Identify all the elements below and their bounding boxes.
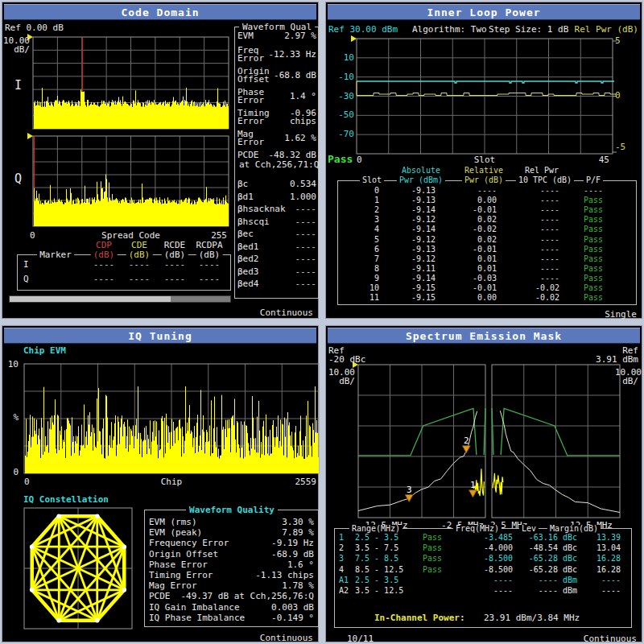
inner-loop-quadrant: Inner Loop Power Ref 30.00 dBm Algorithm…	[325, 2, 642, 319]
cd-scale-unit: dB/	[14, 45, 30, 54]
sem-row-id: A1	[339, 576, 349, 584]
ilp-cell-tpc: ----	[540, 216, 559, 224]
cd-wq-value: 2.97 %	[284, 31, 316, 40]
iqt-wq-value: -1.13 chips	[255, 571, 314, 580]
sem-row-id: 4	[339, 566, 344, 574]
ilp-cell-pf: Pass	[581, 284, 605, 292]
cd-wq-label: Error	[237, 117, 264, 126]
sem-table-header-1: Freq(MHz)	[453, 525, 502, 533]
iqt-wq-value: 0.003 dB	[271, 603, 314, 612]
sem-in-channel-value: 23.91 dBm/3.84 MHz	[484, 613, 580, 622]
ilp-cell-slot: 6	[374, 246, 379, 254]
cd-beta-label: βec	[237, 229, 254, 238]
cd-wq-title: Waveform Qual	[239, 23, 315, 31]
cd-marker-col-name-2: RCDE	[162, 241, 188, 250]
ilp-header1-2: Rel Pwr	[522, 167, 561, 175]
ilp-cell-rel: -0.01	[473, 284, 497, 292]
iqt-wq-label: IQ Gain Imbalance	[149, 603, 240, 612]
cd-pcde-note: at Cch,256,71:Q	[239, 160, 319, 169]
sem-row-range: 7.5 - 8.5	[355, 555, 398, 563]
ilp-cell-rel: -0.03	[473, 275, 497, 283]
ilp-cell-abs: -9.12	[411, 216, 436, 224]
sem-table-header-2: Lev	[519, 525, 539, 533]
cd-beta-value: ----	[295, 229, 317, 238]
ilp-cell-slot: 10	[369, 284, 379, 292]
sem-ref-left-2: -20 dBc	[328, 355, 365, 364]
ilp-cell-abs: -9.13	[411, 246, 436, 254]
ilp-y-left-10: 10	[344, 53, 354, 62]
ilp-x-end: 45	[599, 155, 609, 164]
cd-x-end: 255	[211, 231, 227, 240]
sem-marker-1: 1	[470, 480, 476, 490]
inner-loop-title: Inner Loop Power	[427, 6, 540, 19]
cd-beta-label: βed2	[237, 254, 259, 263]
cd-beta-value: 0.534	[290, 180, 316, 188]
sem-page-indicator: 10/11	[347, 634, 374, 643]
sem-row-lev: -63.16 dBc	[529, 534, 577, 542]
cd-wq-value: chips	[290, 117, 316, 126]
iqt-wq-label: Timing Error	[149, 571, 213, 580]
cd-beta-value: ----	[295, 267, 317, 276]
ilp-cell-pf: Pass	[581, 206, 605, 214]
cd-status: Continuous	[260, 308, 313, 317]
ilp-cell-tpc: -0.02	[535, 284, 559, 292]
cd-beta-label: βd1	[237, 192, 254, 201]
iqt-wq-value: 1.6 °	[287, 560, 314, 569]
ilp-cell-rel: 0.00	[477, 196, 497, 204]
ilp-cell-tpc: ----	[540, 187, 559, 195]
ilp-header2-3: 10 TPC (dB)	[516, 176, 574, 184]
cd-marker-value: ----	[196, 260, 223, 269]
cd-marker-col-unit-2: (dB)	[162, 250, 188, 259]
iqt-wq-value: -9.19 Hz	[271, 539, 314, 547]
ilp-step-size-label: Step Size: 1 dB	[489, 25, 568, 34]
ilp-cell-pf: Pass	[581, 255, 605, 263]
ilp-cell-pf: Pass	[581, 275, 605, 283]
code-domain-quadrant: Code Domain Ref 0.00 dB 10.00 dB/ I Q 0 …	[2, 2, 319, 319]
cd-marker-col-unit-3: (dB)	[196, 250, 223, 259]
cd-marker-col-name-1: CDE	[129, 241, 150, 250]
cd-marker-col-name-0: CDP	[93, 241, 114, 250]
sem-row-lev: ---- dBm	[539, 576, 577, 584]
ilp-cell-rel: -0.01	[473, 246, 497, 254]
ilp-cell-abs: -9.15	[411, 294, 436, 302]
cd-q-label: Q	[14, 173, 22, 185]
sem-row-range: 8.5 - 12.5	[355, 566, 403, 574]
cd-marker-value: ----	[196, 275, 223, 283]
cd-beta-value: ----	[295, 217, 317, 226]
iqt-chip-evm-label: Chip EVM	[23, 346, 66, 355]
iqt-constellation-label: IQ Constellation	[23, 495, 109, 504]
cd-wq-value: 1.62 %	[284, 134, 316, 142]
ilp-cell-rel: 0.00	[477, 294, 497, 302]
sem-row-freq: ----	[493, 576, 513, 584]
cd-x-label: Spread Code	[33, 231, 229, 240]
sem-row-margin: 16.28	[597, 566, 621, 574]
ilp-algorithm-label: Algorithm: Two	[412, 25, 487, 34]
iqt-wq-value: -49.37 dB at Cch,256,76:Q	[180, 592, 314, 601]
sem-row-lev: -65.28 dBc	[529, 566, 577, 574]
ilp-y-left--70: -70	[338, 130, 354, 138]
ilp-cell-pf: Pass	[581, 225, 605, 233]
cd-wq-value: -68.8 dB	[274, 71, 316, 80]
ilp-y-left--50: -50	[338, 110, 354, 119]
sem-table-header-0: Range(MHz)	[349, 525, 402, 533]
ilp-cell-tpc: ----	[540, 275, 559, 283]
cd-beta-value: ----	[295, 254, 317, 263]
cd-beta-label: βed4	[237, 279, 259, 288]
iqt-wq-value: -68.9 dB	[271, 550, 314, 559]
ilp-cell-abs: -9.12	[411, 255, 436, 263]
ilp-cell-tpc: ----	[540, 255, 559, 263]
iqt-wq-label: Origin Offset	[149, 550, 218, 559]
sem-row-margin: 16.28	[597, 555, 621, 563]
cd-marker-value: ----	[91, 260, 118, 269]
ilp-status: Single	[605, 310, 637, 319]
cd-progress-fill	[10, 296, 171, 302]
ilp-cell-rel: 0.01	[477, 265, 497, 273]
iqt-wq-label: Frequency Error	[149, 539, 229, 547]
sem-row-id: 1	[339, 534, 344, 542]
sem-row-margin: 13.04	[597, 544, 621, 552]
iqt-wq-label: Phase Error	[149, 560, 208, 569]
iqt-wq-label: PCDE	[149, 592, 171, 601]
cd-beta-value: 1.000	[290, 192, 316, 201]
sem-row-range: 2.5 - 3.5	[355, 576, 398, 584]
cd-beta-value: ----	[295, 279, 317, 288]
